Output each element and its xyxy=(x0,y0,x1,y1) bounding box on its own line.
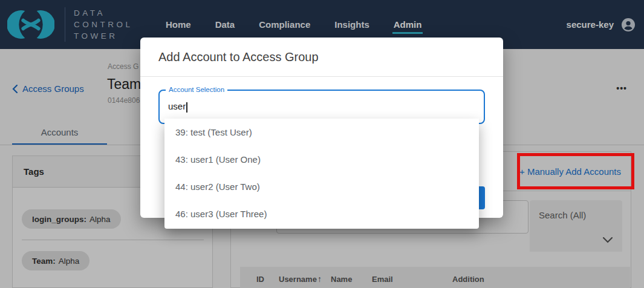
modal-title-divider xyxy=(140,76,503,77)
account-options-dropdown: 39: test (Test User) 43: user1 (User One… xyxy=(164,119,479,229)
account-selection-value: user xyxy=(168,101,187,113)
account-selection-label: Account Selection xyxy=(166,86,227,93)
account-option[interactable]: 46: user3 (User Three) xyxy=(164,200,479,227)
app-screen: DATA CONTROL TOWER Home Data Compliance … xyxy=(0,0,644,288)
modal-title: Add Account to Access Group xyxy=(158,50,319,64)
account-option[interactable]: 43: user1 (User One) xyxy=(164,146,479,173)
account-option[interactable]: 39: test (Test User) xyxy=(164,119,479,146)
text-cursor xyxy=(186,102,187,113)
account-option[interactable]: 44: user2 (User Two) xyxy=(164,173,479,200)
